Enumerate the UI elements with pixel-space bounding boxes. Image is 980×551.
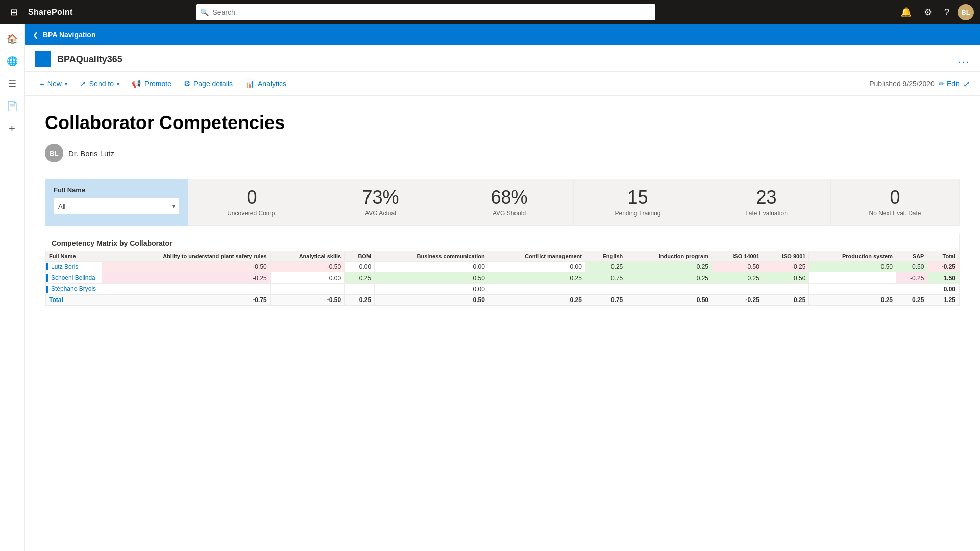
- stat-value-no-next: 0: [890, 187, 900, 208]
- bpa-navbar: ❮ BPA Navigation: [24, 24, 980, 45]
- table-row: Stéphane Bryois 0.00 0: [46, 284, 959, 295]
- stat-value-late: 23: [756, 187, 776, 208]
- cell-lutz-sap: 0.50: [896, 261, 927, 272]
- sidebar-item-create[interactable]: +: [2, 118, 22, 139]
- total-induction: 0.50: [626, 295, 712, 306]
- cell-stephane-english: [585, 284, 626, 295]
- published-status: Published 9/25/2020: [869, 80, 935, 88]
- analytics-label: Analytics: [258, 80, 286, 88]
- send-to-button[interactable]: ↗ Send to ▾: [75, 76, 125, 91]
- more-options-button[interactable]: ...: [958, 54, 970, 65]
- cell-stephane-conflict: [488, 284, 585, 295]
- sidebar-item-home[interactable]: 🏠: [2, 29, 22, 49]
- col-header-total: Total: [927, 251, 959, 261]
- total-bizcom: 0.50: [375, 295, 488, 306]
- cell-schoeni-production: [809, 272, 896, 284]
- col-header-english: English: [585, 251, 626, 261]
- stat-card-no-next: 0 No Next Eval. Date: [831, 179, 960, 226]
- expand-icon[interactable]: ⤢: [963, 79, 970, 89]
- avatar[interactable]: BL: [958, 4, 974, 20]
- col-header-iso14: ISO 14001: [712, 251, 763, 261]
- sidebar-item-news[interactable]: ☰: [2, 73, 22, 94]
- stat-value-avg-actual: 73%: [362, 187, 399, 208]
- cell-stephane-bizcom: 0.00: [375, 284, 488, 295]
- search-container: 🔍: [196, 4, 655, 20]
- cell-stephane-safety: [102, 284, 271, 295]
- new-button[interactable]: + New ▾: [35, 77, 72, 91]
- main-content: ❮ BPA Navigation BPAQuality365 ... + New…: [24, 24, 980, 551]
- row-name-lutz[interactable]: Lutz Boris: [51, 263, 78, 270]
- site-title: BPAQuality365: [57, 54, 122, 65]
- search-icon: 🔍: [200, 8, 209, 16]
- col-header-bizcom: Business communication: [375, 251, 488, 261]
- search-input[interactable]: [196, 4, 655, 20]
- row-name-stephane[interactable]: Stéphane Bryois: [51, 285, 96, 292]
- promote-icon: 📢: [132, 79, 141, 88]
- filter-select[interactable]: All Lutz Boris Schoeni Belinda Stéphane …: [54, 198, 179, 214]
- matrix-total-row: Total -0.75 -0.50 0.25 0.50 0.25 0.75 0.…: [46, 295, 959, 306]
- topbar-right: 🔔 ⚙ ? BL: [896, 4, 974, 20]
- cell-stephane-bom: [345, 284, 375, 295]
- stat-value-uncovered: 0: [247, 187, 257, 208]
- edit-icon: ✏: [939, 80, 945, 88]
- row-name-schoeni[interactable]: Schoeni Belinda: [51, 274, 95, 281]
- stat-label-pending: Pending Training: [615, 210, 660, 217]
- col-header-fullname: Full Name: [46, 251, 102, 261]
- author-avatar: BL: [45, 144, 63, 162]
- stat-label-no-next: No Next Eval. Date: [869, 210, 921, 217]
- col-header-conflict: Conflict management: [488, 251, 585, 261]
- page-body: Collaborator Competencies BL Dr. Boris L…: [24, 96, 980, 551]
- cell-lutz-bom: 0.00: [345, 261, 375, 272]
- cell-schoeni-conflict: 0.25: [488, 272, 585, 284]
- sidebar-item-sites[interactable]: 🌐: [2, 51, 22, 71]
- stat-card-avg-actual: 73% AVG Actual: [316, 179, 445, 226]
- cell-lutz-iso9: -0.25: [763, 261, 809, 272]
- stat-card-avg-should: 68% AVG Should: [445, 179, 574, 226]
- app-logo: SharePoint: [28, 8, 73, 17]
- col-header-induction: Induction program: [626, 251, 712, 261]
- promote-button[interactable]: 📢 Promote: [127, 76, 177, 91]
- help-icon[interactable]: ?: [940, 5, 953, 20]
- filter-select-wrapper: All Lutz Boris Schoeni Belinda Stéphane …: [54, 198, 179, 214]
- total-safety: -0.75: [102, 295, 271, 306]
- site-icon: [35, 51, 51, 67]
- cell-schoeni-safety: -0.25: [102, 272, 271, 284]
- notification-icon[interactable]: 🔔: [896, 5, 916, 20]
- matrix-title: Competency Matrix by Collaborator: [45, 234, 959, 251]
- stat-label-avg-should: AVG Should: [493, 210, 526, 217]
- stat-label-uncovered: Uncovered Comp.: [227, 210, 277, 217]
- cell-schoeni-analytical: 0.00: [270, 272, 344, 284]
- cell-schoeni-iso9: 0.50: [763, 272, 809, 284]
- bpa-nav-title: BPA Navigation: [43, 31, 95, 39]
- edit-button[interactable]: ✏ Edit: [939, 80, 959, 88]
- stat-card-late: 23 Late Evaluation: [702, 179, 831, 226]
- cell-lutz-iso14: -0.50: [712, 261, 763, 272]
- total-sap: 0.25: [896, 295, 927, 306]
- table-row: Lutz Boris -0.50 -0.50 0.00 0.00 0.00 0.…: [46, 261, 959, 272]
- cell-schoeni-sap: -0.25: [896, 272, 927, 284]
- cell-schoeni-english: 0.75: [585, 272, 626, 284]
- cell-stephane-analytical: [270, 284, 344, 295]
- sidebar-item-pages[interactable]: 📄: [2, 96, 22, 116]
- author-name: Dr. Boris Lutz: [68, 149, 114, 158]
- matrix-table: Full Name Ability to understand plant sa…: [45, 251, 959, 306]
- page-header: BPAQuality365 ...: [24, 45, 980, 72]
- new-label: New: [47, 80, 62, 88]
- page-details-button[interactable]: ⚙ Page details: [179, 76, 238, 91]
- settings-icon[interactable]: ⚙: [920, 5, 936, 20]
- command-bar-right: Published 9/25/2020 ✏ Edit ⤢: [869, 79, 970, 89]
- total-production: 0.25: [809, 295, 896, 306]
- send-to-label: Send to: [89, 80, 114, 88]
- cell-lutz-bizcom: 0.00: [375, 261, 488, 272]
- stat-value-avg-should: 68%: [491, 187, 527, 208]
- cell-stephane-iso9: [763, 284, 809, 295]
- cell-schoeni-total: 1.50: [927, 272, 959, 284]
- stat-value-pending: 15: [627, 187, 648, 208]
- cell-lutz-production: 0.50: [809, 261, 896, 272]
- total-iso14: -0.25: [712, 295, 763, 306]
- waffle-icon[interactable]: ⊞: [6, 5, 22, 20]
- analytics-button[interactable]: 📊 Analytics: [240, 76, 291, 91]
- col-header-analytical: Analytical skills: [270, 251, 344, 261]
- promote-label: Promote: [144, 80, 172, 88]
- cell-schoeni-bizcom: 0.50: [375, 272, 488, 284]
